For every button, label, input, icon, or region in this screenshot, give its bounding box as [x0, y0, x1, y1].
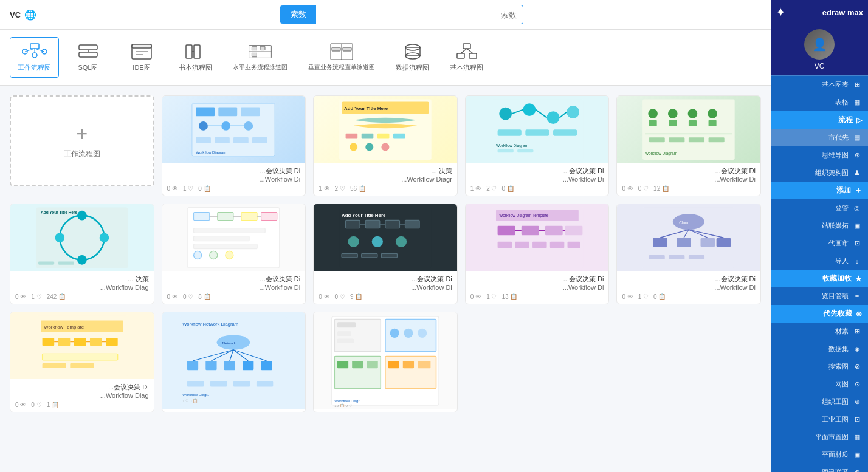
template-title-8: 会议决策 Di...	[470, 275, 604, 284]
svg-rect-14	[186, 45, 192, 58]
svg-rect-124	[381, 253, 397, 258]
cat-tab-dataflow[interactable]: 数据流程图	[388, 37, 437, 78]
svg-rect-98	[218, 212, 233, 220]
cat-tab-bookflow[interactable]: 书本流程图	[171, 37, 220, 78]
svg-rect-43	[196, 137, 212, 143]
svg-line-33	[467, 49, 473, 53]
copies-2: 📋 56	[350, 185, 366, 192]
views-4: 👁 0	[622, 185, 633, 192]
industry-icon: ⊡	[852, 416, 862, 423]
sidebar-item-org-work[interactable]: ⊛ 组织工图	[771, 393, 868, 411]
cat-tab-basic[interactable]: 基本流程图	[442, 37, 491, 78]
template-card-1[interactable]: Workflow Diagram 会议决策 Di... Workflow Di.…	[162, 95, 306, 196]
svg-point-39	[222, 121, 231, 130]
svg-rect-203	[388, 361, 399, 368]
cat-tab-vertical[interactable]: 垂直业务流程直单泳道图	[300, 37, 383, 78]
template-meta-5: 📋 242 ♡ 1 👁 0	[15, 293, 149, 300]
views-3: 👁 1	[470, 185, 481, 192]
svg-rect-100	[261, 212, 277, 220]
cat-tab-sql[interactable]: SQL图	[64, 37, 112, 78]
cat-tab-workflow[interactable]: 工作流程图	[10, 37, 59, 78]
svg-rect-175	[224, 361, 235, 370]
template-card-6[interactable]: 会议决策 Di... Workflow Di... 📋 8 ♡ 0 👁 0	[162, 204, 306, 304]
svg-rect-68	[553, 129, 577, 135]
copies-10: 📋 1	[47, 402, 59, 408]
template-card-12[interactable]: Workflow Diagr... 12 📋 0 ♡	[313, 312, 458, 412]
svg-text:Workflow Network Diagram: Workflow Network Diagram	[183, 321, 239, 327]
template-card-10[interactable]: Workflow Template	[10, 312, 154, 412]
copies-1: 📋 0	[198, 185, 210, 192]
copies-7: 📋 9	[350, 293, 362, 300]
likes-4: ♡ 0	[638, 185, 649, 192]
template-card-3[interactable]: Workflow Diagram 会议决策 Di... Workflow Di.…	[465, 95, 610, 196]
template-card-11[interactable]: Workflow Network Diagram Network	[162, 312, 306, 412]
template-card-8[interactable]: Workflow Diagram Template	[465, 204, 610, 304]
collect-label: 代先收藏	[823, 309, 852, 319]
sidebar-item-net-diagram[interactable]: ⊙ 网图	[771, 375, 868, 393]
sidebar-item-manage[interactable]: ◎ 登管	[771, 199, 868, 217]
svg-rect-11	[132, 44, 151, 48]
sidebar-highlight-flow[interactable]: ▷ 流程	[771, 111, 868, 129]
sidebar-item-org[interactable]: ♟ 组织架构图	[771, 164, 868, 182]
sidebar-highlight-add[interactable]: ＋ 添加	[771, 182, 868, 199]
template-meta-6: 📋 8 ♡ 0 👁 0	[167, 293, 301, 300]
template-title-10: 会议决策 Di...	[15, 383, 149, 392]
template-subtitle-8: Workflow Di...	[470, 284, 604, 291]
sidebar-item-texture[interactable]: ▣ 平面材质	[771, 446, 868, 463]
sidebar-item-floorplan[interactable]: ▦ 平面市置图	[771, 428, 868, 446]
likes-8: ♡ 1	[486, 293, 497, 300]
template-thumb-1: Workflow Diagram	[162, 96, 306, 163]
sidebar-item-project[interactable]: ≡ 览目管项	[771, 287, 868, 305]
sidebar-item-industry[interactable]: ⊡ 工业工图	[771, 411, 868, 428]
svg-line-32	[461, 49, 467, 53]
cat-tab-ide[interactable]: IDE图	[117, 37, 166, 78]
template-card-5[interactable]: Add Your Title Here 决策 ... Workflow Diag…	[10, 204, 154, 304]
sidebar-item-paint[interactable]: ⊡ 代画市	[771, 234, 868, 252]
network-icon: ⊗	[852, 468, 862, 472]
sidebar-item-table[interactable]: ▦ 表格	[771, 94, 868, 111]
vertical-icon	[329, 43, 354, 61]
template-thumb-6	[162, 204, 306, 271]
likes-2: ♡ 2	[335, 185, 345, 192]
svg-text:Workflow Diagram: Workflow Diagram	[196, 150, 227, 154]
copies-3: 📋 0	[501, 185, 514, 192]
svg-rect-153	[689, 255, 704, 259]
sql-icon	[76, 43, 100, 61]
new-template-card[interactable]: + 工作流程图	[10, 95, 154, 186]
vc-text: VC	[10, 10, 21, 19]
views-2: 👁 1	[319, 185, 329, 192]
ide-icon	[129, 43, 154, 61]
copies-6: 📋 8	[198, 293, 210, 300]
svg-rect-80	[709, 120, 717, 126]
search-input[interactable]	[316, 7, 523, 23]
template-thumb-2: Add Your Title Here	[314, 96, 457, 163]
chart-icon: ⊞	[852, 81, 862, 89]
sidebar-section-1: ⊞ 基本图表 ▦ 表格	[771, 75, 868, 111]
svg-rect-113	[365, 220, 380, 228]
search-button[interactable]: 索数	[281, 5, 316, 24]
svg-text:Workflow Diagram Template: Workflow Diagram Template	[499, 213, 549, 218]
template-card-2[interactable]: Add Your Title Here 决策 ... Workfl	[313, 95, 458, 196]
template-card-7[interactable]: Add Your Title Here	[313, 204, 458, 304]
cat-tab-horizontal[interactable]: 水平业务流程泳道图	[225, 37, 295, 78]
sidebar-item-network[interactable]: ⊗ 图讯联系	[771, 463, 868, 472]
sidebar-highlight-collect[interactable]: ⊛ 代先收藏	[771, 305, 868, 323]
cat-label-ide: IDE图	[133, 63, 150, 72]
globe-icon: 🌐	[24, 9, 36, 21]
template-card-4[interactable]: Workflow Diagram 会议决策 Di... Workflow Di.…	[616, 95, 761, 196]
sidebar-item-search-diagram[interactable]: ⊗ 搜索图	[771, 358, 868, 375]
svg-point-120	[372, 236, 383, 247]
app-header: ✦ edraw max	[771, 0, 868, 24]
template-card-9[interactable]: Cloud 会议决策 Di...	[616, 204, 761, 304]
sidebar-item-material[interactable]: ⊞ 材素	[771, 323, 868, 340]
sidebar-item-dataset[interactable]: ◈ 数据集	[771, 340, 868, 358]
sidebar-item-social[interactable]: ▣ 站联媒拓	[771, 217, 868, 234]
star-icon: ★	[855, 275, 862, 283]
svg-rect-112	[346, 220, 360, 228]
sidebar-highlight-favorites[interactable]: ★ 收藏加收	[771, 270, 868, 287]
sidebar-item-import[interactable]: ↓ 导人	[771, 252, 868, 270]
sidebar-item-flow-active[interactable]: ▤ 市代先	[771, 129, 868, 146]
sidebar-item-mindmap[interactable]: ⊛ 思维导图	[771, 146, 868, 164]
svg-rect-160	[90, 338, 102, 346]
sidebar-item-basic-chart[interactable]: ⊞ 基本图表	[771, 76, 868, 94]
